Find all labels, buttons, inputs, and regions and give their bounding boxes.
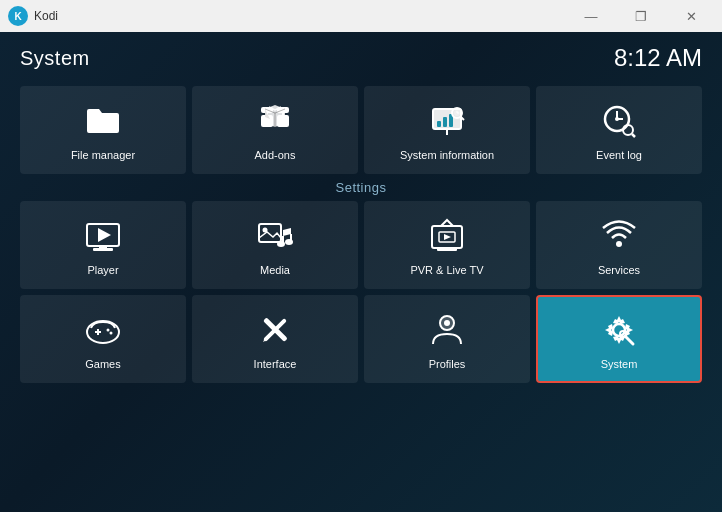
tile-player[interactable]: Player [20,201,186,289]
tile-services[interactable]: Services [536,201,702,289]
close-button[interactable]: ✕ [668,2,714,30]
tile-system-information-label: System information [400,149,494,161]
tile-games[interactable]: Games [20,295,186,383]
svg-rect-6 [437,121,441,127]
svg-marker-22 [98,228,111,242]
svg-point-39 [107,329,110,332]
tile-event-log-label: Event log [596,149,642,161]
tile-media-label: Media [260,264,290,276]
titlebar-controls: — ❐ ✕ [568,2,714,30]
system-icon [599,310,639,350]
app-header: System 8:12 AM [20,44,702,72]
svg-point-18 [615,117,619,121]
svg-point-30 [285,239,293,245]
tile-media[interactable]: Media [192,201,358,289]
eventlog-icon [599,101,639,141]
folder-icon [83,101,123,141]
tile-add-ons-label: Add-ons [255,149,296,161]
svg-point-45 [444,320,450,326]
tile-event-log[interactable]: Event log [536,86,702,174]
svg-point-36 [87,321,119,343]
addons-icon [255,101,295,141]
titlebar: K Kodi — ❐ ✕ [0,0,722,32]
interface-icon [255,310,295,350]
sysinfo-icon [427,101,467,141]
svg-rect-24 [99,246,107,249]
svg-point-46 [613,324,625,336]
settings-row-1: Player Media [20,201,702,289]
clock: 8:12 AM [614,44,702,72]
svg-marker-33 [444,234,451,240]
tile-system-information[interactable]: System information [364,86,530,174]
svg-rect-7 [443,117,447,127]
tile-player-label: Player [87,264,118,276]
profiles-icon [427,310,467,350]
tile-interface[interactable]: Interface [192,295,358,383]
tile-file-manager[interactable]: File manager [20,86,186,174]
tile-system-label: System [601,358,638,370]
svg-line-20 [632,134,635,137]
svg-point-35 [616,241,622,247]
tile-services-label: Services [598,264,640,276]
services-icon [599,216,639,256]
page-title: System [20,47,90,70]
tile-profiles-label: Profiles [429,358,466,370]
tile-games-label: Games [85,358,120,370]
svg-point-28 [277,241,285,247]
svg-line-47 [625,336,633,344]
player-icon [83,216,123,256]
tile-system[interactable]: System [536,295,702,383]
svg-point-40 [110,332,113,335]
tile-file-manager-label: File manager [71,149,135,161]
tile-pvr-live-tv[interactable]: PVR & Live TV [364,201,530,289]
tile-profiles[interactable]: Profiles [364,295,530,383]
svg-rect-34 [437,248,457,251]
tile-pvr-label: PVR & Live TV [410,264,483,276]
maximize-button[interactable]: ❐ [618,2,664,30]
pvr-icon [427,216,467,256]
titlebar-left: K Kodi [8,6,58,26]
media-icon [255,216,295,256]
kodi-logo: K [8,6,28,26]
games-icon [83,310,123,350]
minimize-button[interactable]: — [568,2,614,30]
top-row: File manager Add-ons [20,86,702,174]
settings-label: Settings [20,180,702,195]
settings-row-2: Games Interface Profiles [20,295,702,383]
titlebar-app-name: Kodi [34,9,58,23]
app-area: System 8:12 AM File manager [0,32,722,512]
svg-point-19 [623,125,633,135]
tile-interface-label: Interface [254,358,297,370]
tile-add-ons[interactable]: Add-ons [192,86,358,174]
